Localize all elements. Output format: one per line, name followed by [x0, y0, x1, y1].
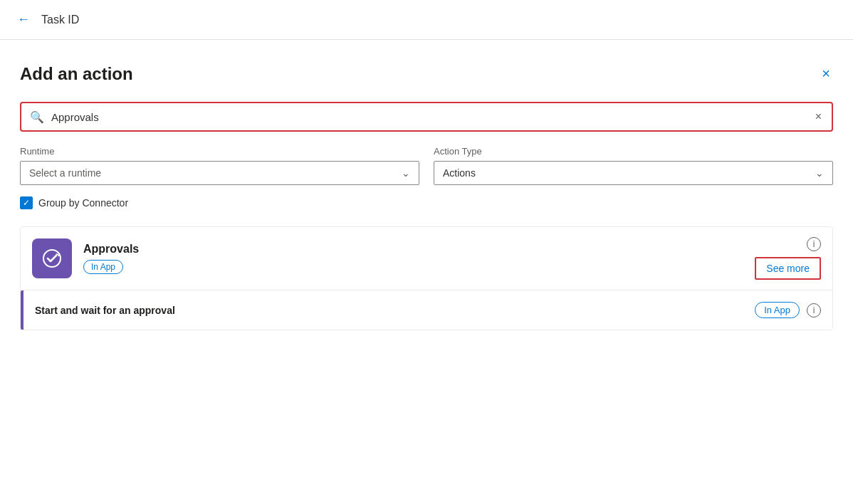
connector-in-app-badge: In App	[83, 260, 123, 274]
runtime-label: Runtime	[20, 146, 419, 157]
panel-header: Add an action ×	[20, 63, 833, 85]
connector-icon	[32, 238, 72, 278]
group-by-connector-checkbox[interactable]: ✓	[20, 196, 33, 209]
search-icon: 🔍	[30, 110, 44, 124]
approvals-icon	[41, 247, 63, 270]
action-type-dropdown-value: Actions	[443, 167, 476, 179]
connector-header: Approvals In App i See more	[21, 227, 832, 290]
top-bar: ← Task ID	[0, 0, 853, 40]
action-item[interactable]: Start and wait for an approval In App i	[21, 290, 832, 330]
connector-name: Approvals	[83, 243, 755, 256]
connector-actions-right: i See more	[755, 237, 821, 280]
search-clear-button[interactable]: ×	[814, 109, 823, 125]
action-item-info-icon[interactable]: i	[807, 303, 821, 317]
connector-info: Approvals In App	[83, 243, 755, 274]
connector-card: Approvals In App i See more Start and wa…	[20, 226, 833, 330]
search-input[interactable]	[51, 111, 814, 123]
main-content: Add an action × 🔍 × Runtime Select a run…	[0, 40, 853, 356]
search-box: 🔍 ×	[20, 102, 833, 132]
runtime-filter-group: Runtime Select a runtime ⌄	[20, 146, 419, 185]
page-title: Task ID	[41, 14, 79, 26]
results-section: Approvals In App i See more Start and wa…	[20, 226, 833, 330]
action-type-label: Action Type	[434, 146, 833, 157]
svg-point-0	[43, 250, 61, 267]
checkmark-icon: ✓	[23, 198, 30, 208]
panel-title: Add an action	[20, 64, 133, 84]
action-type-filter-group: Action Type Actions ⌄	[434, 146, 833, 185]
action-item-right: In App i	[755, 302, 821, 318]
action-item-in-app-badge: In App	[755, 302, 800, 318]
back-button[interactable]: ←	[14, 9, 33, 30]
back-arrow-icon: ←	[17, 12, 30, 27]
close-button[interactable]: ×	[819, 63, 833, 85]
runtime-dropdown-value: Select a runtime	[29, 167, 101, 179]
connector-info-icon[interactable]: i	[807, 237, 821, 251]
action-item-name: Start and wait for an approval	[35, 305, 755, 316]
filters-row: Runtime Select a runtime ⌄ Action Type A…	[20, 146, 833, 185]
action-type-dropdown[interactable]: Actions ⌄	[434, 161, 833, 185]
action-type-dropdown-chevron-icon: ⌄	[815, 167, 824, 179]
group-by-connector-row: ✓ Group by Connector	[20, 196, 833, 209]
group-by-connector-label: Group by Connector	[38, 197, 128, 209]
runtime-dropdown[interactable]: Select a runtime ⌄	[20, 161, 419, 185]
runtime-dropdown-chevron-icon: ⌄	[402, 167, 410, 179]
see-more-button[interactable]: See more	[755, 257, 821, 280]
